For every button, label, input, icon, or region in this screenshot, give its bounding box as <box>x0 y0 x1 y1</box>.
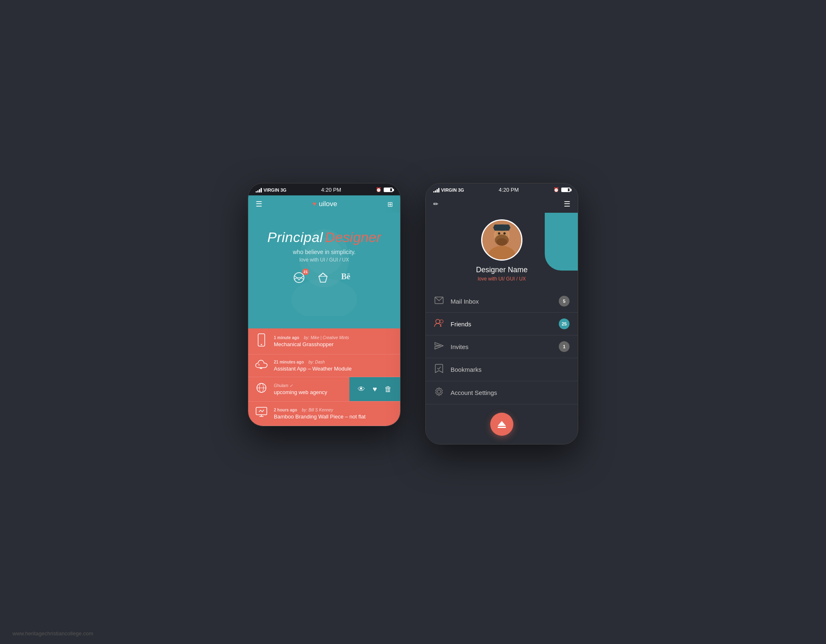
feed-meta-2: 21 minutes ago by: Dash <box>274 360 351 364</box>
svg-point-32 <box>436 319 440 323</box>
signal-bars-phone1 <box>256 188 262 192</box>
feed-time-1: 1 minute ago <box>274 335 299 340</box>
feed-meta-4: 2 hours ago by: Bill S Kenney <box>274 408 366 412</box>
settings-icon <box>434 387 444 398</box>
feed-left-3: Ghulam ✓ upcoming web agency <box>248 377 349 401</box>
avatar-svg <box>482 221 521 259</box>
phone2-header: ✏ ☰ <box>426 195 578 213</box>
dribbble-badge: 21 <box>302 269 309 275</box>
feed-content-2: 21 minutes ago by: Dash Assistant App – … <box>274 360 351 372</box>
feed-item-4[interactable]: 2 hours ago by: Bill S Kenney Bamboo Bra… <box>248 402 400 426</box>
time-phone2: 4:20 PM <box>499 187 519 193</box>
svg-marker-4 <box>319 273 327 282</box>
hero-title: Principal Designer <box>256 229 393 245</box>
settings-icon-svg <box>434 387 444 396</box>
feed-icon-phone <box>255 333 268 349</box>
hero-title-main: Principal <box>267 229 323 245</box>
friends-icon-svg <box>434 319 444 327</box>
feed-author-4: by: Bill S Kenney <box>302 408 333 412</box>
feed-meta-3: Ghulam ✓ <box>274 383 327 388</box>
feed-icon-globe <box>255 382 268 396</box>
hamburger-icon[interactable]: ☰ <box>256 200 262 209</box>
edit-icon[interactable]: ✏ <box>433 200 439 208</box>
feed-time-2: 21 minutes ago <box>274 360 304 364</box>
bookmarks-icon-svg <box>435 364 443 373</box>
feed-swipe-actions: 👁 ♥ 🗑 <box>349 377 400 401</box>
delete-action-btn[interactable]: 🗑 <box>385 385 392 394</box>
view-action-btn[interactable]: 👁 <box>358 385 365 394</box>
feed-author-2: by: Dash <box>309 360 325 364</box>
menu-item-mail[interactable]: Mail Inbox 5 <box>426 290 578 313</box>
hero-title-accent: Designer <box>325 229 381 245</box>
feed-item-3[interactable]: Ghulam ✓ upcoming web agency 👁 ♥ 🗑 <box>248 377 400 402</box>
feed-content-3: Ghulam ✓ upcoming web agency <box>274 383 327 395</box>
svg-marker-34 <box>435 342 443 349</box>
cloud-icon-svg <box>255 359 268 369</box>
hamburger-icon-phone2[interactable]: ☰ <box>564 200 570 209</box>
menu-item-bookmarks[interactable]: Bookmarks <box>426 358 578 381</box>
feed-title-4: Bamboo Branding Wall Piece – not flat <box>274 413 366 420</box>
sketch-svg <box>317 272 329 283</box>
menu-badge-friends: 25 <box>559 318 570 329</box>
behance-svg: Bē <box>341 272 355 281</box>
like-action-btn[interactable]: ♥ <box>373 385 377 394</box>
svg-rect-37 <box>498 427 506 428</box>
phone1: VIRGIN 3G 4:20 PM ⏰ ☰ ♥ uilove ⊞ <box>248 183 401 426</box>
svg-point-28 <box>496 238 507 246</box>
status-left-phone1: VIRGIN 3G <box>256 188 287 192</box>
sketch-icon[interactable] <box>317 272 329 286</box>
hero-tagline: love with UI / GUI / UX <box>256 257 393 263</box>
phone-icon-svg <box>257 333 266 347</box>
status-left-phone2: VIRGIN 3G <box>433 188 464 192</box>
menu-item-invites[interactable]: Invites 1 <box>426 335 578 358</box>
hero-social-icons: 21 Bē <box>256 272 393 286</box>
feed-item-2[interactable]: 21 minutes ago by: Dash Assistant App – … <box>248 354 400 377</box>
svg-rect-30 <box>494 224 510 231</box>
menu-item-friends[interactable]: Friends 25 <box>426 313 578 335</box>
menu-item-settings[interactable]: Account Settings <box>426 381 578 404</box>
svg-point-25 <box>498 232 501 235</box>
monitor-icon-svg <box>255 406 268 418</box>
profile-bg-teal <box>545 213 578 271</box>
status-bar-phone1: VIRGIN 3G 4:20 PM ⏰ <box>248 183 400 195</box>
time-phone1: 4:20 PM <box>321 187 341 193</box>
briefcase-icon[interactable]: ⊞ <box>387 200 393 208</box>
menu-label-mail: Mail Inbox <box>451 298 552 305</box>
behance-icon[interactable]: Bē <box>341 272 355 286</box>
phones-container: VIRGIN 3G 4:20 PM ⏰ ☰ ♥ uilove ⊞ <box>248 183 578 444</box>
eject-button[interactable] <box>490 413 513 436</box>
status-right-phone1: ⏰ <box>376 187 393 192</box>
feed-author-3: Ghulam ✓ <box>274 383 293 388</box>
feed-content-4: 2 hours ago by: Bill S Kenney Bamboo Bra… <box>274 408 366 420</box>
carrier-phone1: VIRGIN 3G <box>263 188 287 192</box>
status-bar-phone2: VIRGIN 3G 4:20 PM ⏰ <box>426 183 578 195</box>
dribbble-icon[interactable]: 21 <box>293 272 305 286</box>
profile-section: Designer Name love with UI/ GUI / UX <box>426 213 578 290</box>
feed-time-4: 2 hours ago <box>274 408 297 412</box>
svg-point-35 <box>437 390 441 393</box>
status-right-phone2: ⏰ <box>553 187 570 192</box>
menu-label-friends: Friends <box>451 321 552 328</box>
menu-label-invites: Invites <box>451 343 552 350</box>
app-logo: ♥ uilove <box>313 200 337 208</box>
carrier-phone2: VIRGIN 3G <box>441 188 464 192</box>
hero-section: Principal Designer who believe in simpli… <box>248 213 400 328</box>
profile-name: Designer Name <box>476 266 527 274</box>
mail-icon <box>434 297 444 306</box>
svg-point-26 <box>503 232 506 235</box>
phone2: VIRGIN 3G 4:20 PM ⏰ ✏ ☰ <box>425 183 578 444</box>
logo-text: uilove <box>319 200 337 208</box>
menu-badge-mail: 5 <box>559 296 570 307</box>
globe-icon-svg <box>256 382 267 394</box>
phone2-footer <box>426 404 578 444</box>
eject-icon-svg <box>497 419 507 429</box>
profile-tagline: love with UI/ GUI / UX <box>478 276 526 282</box>
feed-icon-monitor <box>255 406 268 421</box>
menu-label-bookmarks: Bookmarks <box>451 366 570 373</box>
heart-icon: ♥ <box>313 200 317 208</box>
svg-marker-36 <box>498 421 506 426</box>
feed-title-2: Assistant App – Weather Module <box>274 366 351 372</box>
friends-icon <box>434 319 444 329</box>
feed-item-1[interactable]: 1 minute ago by: Mike | Creative Mints M… <box>248 328 400 354</box>
bookmarks-icon <box>434 364 444 375</box>
